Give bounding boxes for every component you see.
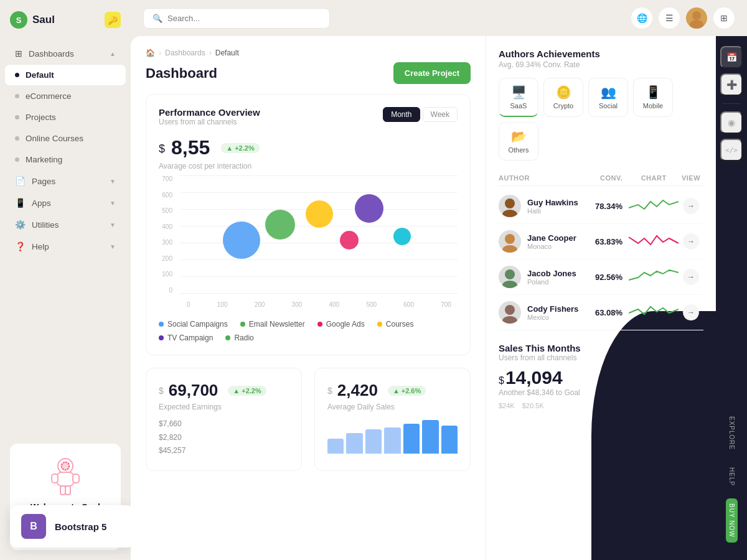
online-courses-dot — [15, 136, 19, 141]
topbar-icons: 🌐 ☰ ⊞ — [631, 7, 735, 29]
others-icon: 📂 — [511, 129, 527, 144]
sidebar-label-ecommerce: eCommerce — [26, 91, 72, 101]
bubble-radio — [393, 228, 411, 245]
sidebar-label-utilities: Utilities — [32, 220, 59, 230]
rs-help-label: Help — [728, 462, 735, 491]
sales-subtitle: Users from all channels — [499, 353, 703, 362]
sidebar-item-dashboards[interactable]: ⊞ Dashboards ▲ — [5, 43, 126, 64]
main-area: 🔍 🌐 ☰ ⊞ 🏠 › Dashboards › Default Dashbo — [131, 0, 747, 560]
create-project-button[interactable]: Create Project — [393, 62, 471, 84]
sidebar-back-button[interactable]: 🔑 — [105, 12, 121, 28]
legend-google: Google Ads — [317, 320, 365, 329]
svg-point-10 — [505, 198, 515, 208]
legend-tv: TV Campaign — [159, 334, 213, 342]
chart-legend: Social Campaigns Email Newsletter Google… — [159, 320, 458, 342]
authors-card: Authors Achievements Avg. 69.34% Conv. R… — [499, 49, 703, 330]
author-row-jane: Jane Cooper Monaco 63.83% → — [499, 224, 703, 259]
earnings-value: 69,700 — [169, 381, 218, 400]
avatar-jane — [499, 230, 521, 253]
utilities-icon: ⚙️ — [15, 220, 26, 230]
topbar-avatar[interactable] — [686, 7, 707, 29]
performance-title: Performance Overview — [159, 107, 260, 118]
sidebar-item-marketing[interactable]: Marketing — [5, 149, 126, 170]
breadcrumb-dashboards[interactable]: Dashboards — [165, 49, 205, 57]
sidebar-item-projects[interactable]: Projects — [5, 107, 126, 128]
cat-tab-social[interactable]: 👥 Social — [588, 78, 628, 117]
tab-month[interactable]: Month — [383, 107, 420, 122]
sidebar-logo: S Saul — [10, 11, 55, 29]
sidebar-label-pages: Pages — [32, 177, 55, 186]
rs-buy-btn[interactable]: Buy now — [726, 498, 738, 543]
search-input[interactable] — [167, 14, 321, 23]
bubble-email — [265, 210, 295, 240]
right-sidebar: 📅 ➕ ◉ </> Explore Help Buy now — [716, 36, 747, 560]
sidebar: S Saul 🔑 ⊞ Dashboards ▲ Default eCommerc… — [0, 0, 131, 560]
daily-sales-card: $ 2,420 ▲ +2.6% Average Daily Sales — [314, 368, 471, 471]
category-tabs: 🖥️ SaaS 🪙 Crypto 👥 Social 📱 Mobile — [499, 78, 703, 161]
ecommerce-dot — [15, 94, 19, 98]
astronaut-illustration — [34, 454, 96, 497]
sales-goal: Another $48,346 to Goal — [499, 388, 703, 397]
sidebar-item-online-courses[interactable]: Online Courses — [5, 128, 126, 149]
avatar-cody — [499, 301, 521, 324]
svg-point-8 — [692, 11, 701, 20]
view-btn-guy[interactable]: → — [683, 198, 699, 214]
stats-row: $ 69,700 ▲ +2.2% Expected Earnings $7,66… — [146, 368, 471, 471]
pages-chevron: ▼ — [110, 178, 116, 185]
earnings-label: Expected Earnings — [159, 403, 289, 411]
sidebar-item-pages[interactable]: 📄 Pages ▼ — [5, 170, 126, 192]
sales-currency: $ — [499, 375, 504, 386]
topbar-grid-btn[interactable]: ⊞ — [713, 7, 735, 29]
apps-chevron: ▼ — [110, 200, 116, 207]
sidebar-label-dashboards: Dashboards — [29, 49, 74, 58]
default-dot — [15, 73, 19, 77]
sidebar-item-utilities[interactable]: ⚙️ Utilities ▼ — [5, 214, 126, 235]
help-icon: ❓ — [15, 241, 26, 251]
topbar-menu-btn[interactable]: ☰ — [659, 7, 680, 29]
cat-tab-crypto[interactable]: 🪙 Crypto — [543, 78, 583, 117]
cat-tab-saas[interactable]: 🖥️ SaaS — [499, 78, 538, 117]
legend-social: Social Campaigns — [159, 320, 228, 329]
sales-badge: ▲ +2.6% — [388, 386, 426, 396]
rs-code-btn[interactable]: </> — [720, 139, 743, 161]
svg-point-11 — [502, 210, 517, 217]
search-icon: 🔍 — [153, 14, 162, 23]
svg-rect-6 — [65, 486, 70, 495]
bootstrap-label: Bootstrap 5 — [55, 521, 106, 532]
sidebar-item-ecommerce[interactable]: eCommerce — [5, 86, 126, 106]
view-btn-jane[interactable]: → — [683, 233, 699, 250]
legend-email: Email Newsletter — [240, 320, 305, 329]
right-panel: Authors Achievements Avg. 69.34% Conv. R… — [486, 36, 716, 560]
rs-add-btn[interactable]: ➕ — [720, 73, 743, 96]
bubble-google — [306, 200, 333, 228]
sidebar-label-apps: Apps — [32, 198, 51, 208]
sidebar-item-help[interactable]: ❓ Help ▼ — [5, 236, 126, 257]
bar-1 — [327, 439, 344, 454]
topbar-notification-btn[interactable]: 🌐 — [631, 7, 652, 29]
tab-week[interactable]: Week — [423, 107, 458, 122]
cat-tab-others[interactable]: 📂 Others — [499, 122, 538, 161]
metric-badge: ▲ +2.2% — [221, 143, 259, 153]
earnings-breakdown: $7,660 $2,820 $45,257 — [159, 418, 289, 458]
view-btn-cody[interactable]: → — [683, 304, 699, 320]
dashboards-chevron: ▲ — [110, 50, 116, 57]
avatar-jacob — [499, 266, 521, 288]
bootstrap-icon: B — [21, 514, 46, 539]
author-row-guy: Guy Hawkins Haiti 78.34% → — [499, 189, 703, 224]
search-box[interactable]: 🔍 — [143, 8, 330, 29]
rs-circle-btn[interactable]: ◉ — [720, 111, 743, 134]
sales-label: Average Daily Sales — [327, 403, 458, 411]
breadcrumb-home[interactable]: 🏠 — [146, 49, 155, 57]
performance-tabs: Month Week — [383, 107, 458, 122]
sales-card: Sales This Months Users from all channel… — [499, 343, 703, 409]
view-btn-jacob[interactable]: → — [683, 269, 699, 285]
sidebar-item-default[interactable]: Default — [5, 65, 126, 85]
sidebar-item-apps[interactable]: 📱 Apps ▼ — [5, 192, 126, 213]
breadcrumb: 🏠 › Dashboards › Default — [146, 49, 471, 57]
svg-point-14 — [505, 269, 515, 279]
apps-icon: 📱 — [15, 198, 26, 208]
rs-calendar-btn[interactable]: 📅 — [720, 46, 743, 68]
crypto-icon: 🪙 — [556, 85, 571, 100]
cat-tab-mobile[interactable]: 📱 Mobile — [633, 78, 673, 117]
authors-subtitle: Avg. 69.34% Conv. Rate — [499, 60, 703, 69]
